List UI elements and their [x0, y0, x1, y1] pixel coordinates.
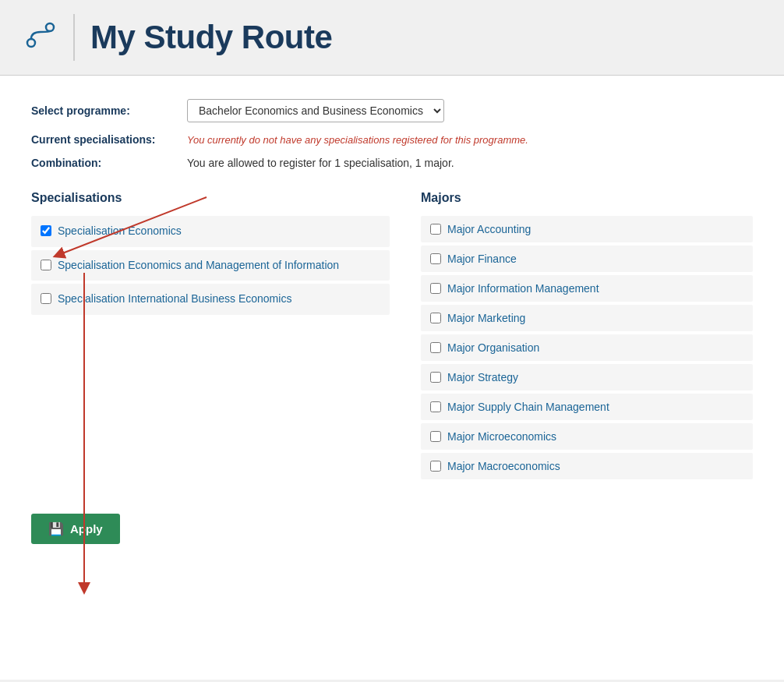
specialisation-checkbox-2[interactable]: [41, 293, 51, 304]
majors-heading: Majors: [421, 191, 753, 205]
header-divider: [73, 14, 75, 61]
svg-point-1: [46, 23, 54, 31]
programme-select[interactable]: Bachelor Economics and Business Economic…: [187, 99, 444, 122]
specialisation-checkbox-0[interactable]: [41, 225, 51, 236]
combination-label: Combination:: [31, 157, 187, 169]
programme-row: Select programme: Bachelor Economics and…: [31, 99, 753, 122]
svg-point-0: [27, 39, 35, 47]
specialisation-item-1[interactable]: Specialisation Economics and Management …: [31, 250, 390, 281]
specialisation-item-2[interactable]: Specialisation International Business Ec…: [31, 284, 390, 315]
major-checkbox-7[interactable]: [430, 431, 441, 442]
major-label-5[interactable]: Major Strategy: [447, 371, 518, 383]
specialisations-heading: Specialisations: [31, 191, 390, 205]
apply-button[interactable]: 💾 Apply: [31, 514, 120, 544]
programme-label: Select programme:: [31, 104, 187, 117]
major-item-0[interactable]: Major Accounting: [421, 216, 753, 242]
route-icon: [23, 18, 58, 57]
major-label-6[interactable]: Major Supply Chain Management: [447, 401, 609, 413]
specialisations-value: You currently do not have any specialisa…: [187, 134, 528, 146]
main-content: Select programme: Bachelor Economics and…: [0, 76, 784, 680]
page-title: My Study Route: [90, 19, 332, 56]
major-checkbox-2[interactable]: [430, 283, 441, 294]
major-item-7[interactable]: Major Microeconomics: [421, 423, 753, 450]
major-label-3[interactable]: Major Marketing: [447, 312, 525, 324]
major-checkbox-3[interactable]: [430, 313, 441, 323]
major-checkbox-6[interactable]: [430, 401, 441, 412]
major-label-1[interactable]: Major Finance: [447, 253, 517, 265]
major-item-1[interactable]: Major Finance: [421, 246, 753, 272]
major-checkbox-5[interactable]: [430, 372, 441, 383]
apply-label: Apply: [70, 522, 103, 535]
major-item-3[interactable]: Major Marketing: [421, 305, 753, 331]
major-item-6[interactable]: Major Supply Chain Management: [421, 394, 753, 420]
major-label-8[interactable]: Major Macroeconomics: [447, 460, 560, 472]
specialisations-section: Specialisations Specialisation Economics…: [31, 191, 390, 482]
major-item-8[interactable]: Major Macroeconomics: [421, 453, 753, 479]
majors-section: Majors Major Accounting Major Finance Ma…: [421, 191, 753, 482]
major-checkbox-0[interactable]: [430, 224, 441, 235]
major-item-4[interactable]: Major Organisation: [421, 334, 753, 361]
combination-value: You are allowed to register for 1 specia…: [187, 157, 454, 169]
major-checkbox-4[interactable]: [430, 342, 441, 353]
specialisations-label: Current specialisations:: [31, 133, 187, 146]
specialisation-label-2[interactable]: Specialisation International Business Ec…: [58, 292, 291, 307]
specialisation-label-1[interactable]: Specialisation Economics and Management …: [58, 258, 339, 274]
major-checkbox-1[interactable]: [430, 253, 441, 264]
sections-wrapper: Specialisations Specialisation Economics…: [31, 191, 753, 482]
page-header: My Study Route: [0, 0, 784, 76]
specialisation-item-0[interactable]: Specialisation Economics: [31, 216, 390, 247]
section-container: Specialisations Specialisation Economics…: [31, 191, 753, 482]
major-label-7[interactable]: Major Microeconomics: [447, 430, 556, 443]
major-label-4[interactable]: Major Organisation: [447, 341, 539, 354]
specialisations-row: Current specialisations: You currently d…: [31, 133, 753, 146]
apply-icon: 💾: [48, 521, 64, 536]
specialisation-checkbox-1[interactable]: [41, 260, 51, 270]
major-item-2[interactable]: Major Information Management: [421, 275, 753, 302]
major-checkbox-8[interactable]: [430, 461, 441, 472]
major-label-0[interactable]: Major Accounting: [447, 223, 531, 235]
specialisation-label-0[interactable]: Specialisation Economics: [58, 224, 182, 239]
major-label-2[interactable]: Major Information Management: [447, 282, 599, 295]
combination-row: Combination: You are allowed to register…: [31, 157, 753, 169]
major-item-5[interactable]: Major Strategy: [421, 364, 753, 390]
